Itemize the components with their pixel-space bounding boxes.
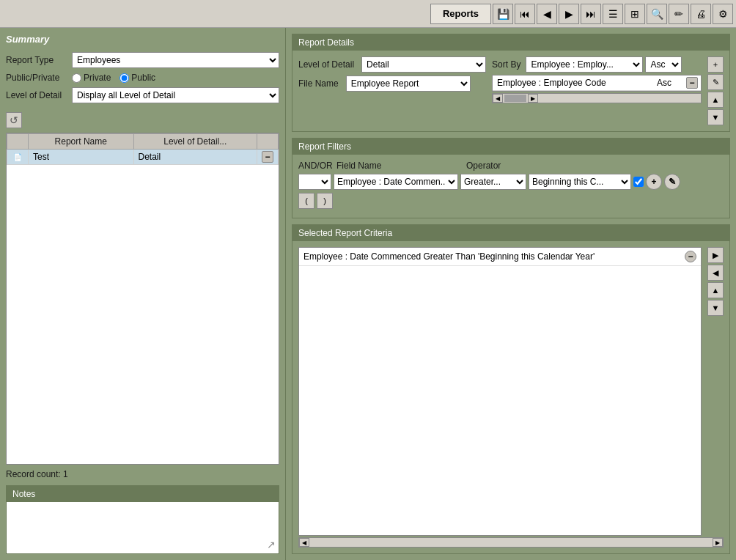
level-of-detail-detail-row: Level of Detail Detail [298,56,486,73]
public-radio[interactable] [119,73,129,83]
selected-criteria-section: Selected Report Criteria Employee : Date… [292,224,730,554]
criteria-hscrollbar[interactable]: ◀ ▶ [298,537,724,548]
toolbar: Reports 💾 ⏮ ◀ ▶ ⏭ ☰ ⊞ 🔍 ✏ 🖨 ⚙ [0,0,736,28]
list-view-button[interactable]: ☰ [603,4,623,24]
file-name-row: File Name Employee Report [298,75,486,92]
file-name-select[interactable]: Employee Report [346,75,471,92]
file-name-label: File Name [298,78,342,89]
private-radio[interactable] [72,73,81,83]
refresh-area: ↺ [6,112,279,128]
criteria-body: Employee : Date Commenced Greater Than '… [292,241,729,553]
sort-table-field: Employee : Employee Code [493,76,654,89]
notes-corner-icon: ↗ [267,539,276,550]
edit-button[interactable]: ✏ [669,4,689,24]
report-type-select[interactable]: Employees [72,52,279,68]
filter-close-paren-button[interactable]: ) [317,193,333,209]
criteria-minus-button[interactable]: − [685,251,696,262]
criteria-left-button[interactable]: ◀ [707,265,724,281]
print-button[interactable]: 🖨 [691,4,711,24]
filters-header-row: AND/OR Field Name Operator [298,161,724,171]
zoom-button[interactable]: 🔍 [647,4,667,24]
col-operator-label: Operator [466,161,501,171]
sort-table-order: Asc [654,76,683,89]
report-filters-header: Report Filters [292,139,729,155]
report-filters-section: Report Filters AND/OR Field Name Operato… [292,138,730,218]
sort-minus-button[interactable]: − [686,77,698,89]
sort-table-remove[interactable]: − [683,75,701,90]
col-andor-label: AND/OR [298,161,331,171]
radio-group: Private Public [72,73,155,83]
sort-table: Employee : Employee Code Asc − [492,75,702,92]
report-details-header: Report Details [292,34,729,51]
right-panel: Report Details Level of Detail Detail Fi… [286,28,736,560]
filter-andor-select[interactable] [298,174,331,190]
filter-active-checkbox[interactable] [633,177,644,187]
hscroll-thumb[interactable] [504,95,526,102]
col-icon [7,134,29,150]
sort-order-select[interactable]: Asc [645,56,682,73]
filter-add-button[interactable]: + [646,174,662,190]
report-details-body: Level of Detail Detail File Name Employe… [292,51,729,131]
sort-add-button[interactable]: + [707,56,724,73]
filter-open-paren-button[interactable]: ( [298,193,314,209]
settings-button[interactable]: ⚙ [713,4,733,24]
selected-criteria-header: Selected Report Criteria [292,225,729,241]
criteria-hscroll-left[interactable]: ◀ [299,538,309,547]
sort-table-row: Employee : Employee Code Asc − [493,75,701,91]
level-of-detail-detail-select[interactable]: Detail [361,56,486,73]
row-icon-cell: 📄 [7,150,29,165]
left-panel: Summary Report Type Employees Public/Pri… [0,28,286,560]
table-row[interactable]: 📄 Test Detail − [7,150,279,165]
sort-side-buttons: + ✎ ▲ ▼ [707,56,724,125]
nav-play-button[interactable]: ▶ [559,4,579,24]
level-of-detail-detail-label: Level of Detail [298,59,357,70]
save-button[interactable]: 💾 [493,4,513,24]
level-of-detail-label: Level of Detail [6,90,72,100]
filter-operator-select[interactable]: Greater... [460,174,526,190]
criteria-hscroll-right[interactable]: ▶ [713,538,723,547]
col-field-name-label: Field Name [336,161,461,171]
criteria-down-button[interactable]: ▼ [707,300,724,316]
criteria-text: Employee : Date Commenced Greater Than '… [303,251,685,262]
criteria-side-buttons: ▶ ◀ ▲ ▼ [707,247,724,536]
row-name-cell: Test [29,150,134,165]
row-minus-button[interactable]: − [262,151,273,163]
filter-paren-row: ( ) [298,193,724,209]
filter-value-select[interactable]: Beginning this C... [529,174,631,190]
report-type-row: Report Type Employees [6,52,279,68]
hscroll-left-arrow[interactable]: ◀ [493,94,503,103]
sort-hscrollbar[interactable]: ◀ ▶ [492,93,702,103]
hscroll-right-arrow[interactable]: ▶ [528,94,538,103]
grid-view-button[interactable]: ⊞ [625,4,645,24]
row-icon: 📄 [12,151,23,163]
refresh-button[interactable]: ↺ [6,112,22,128]
sort-edit-button[interactable]: ✎ [707,74,724,90]
filter-edit-button[interactable]: ✎ [664,174,680,190]
filter-field-select[interactable]: Employee : Date Commen... [334,174,458,190]
criteria-up-button[interactable]: ▲ [707,282,724,298]
sort-table-area: Sort By Employee : Employ... Asc Employe… [492,56,702,125]
level-of-detail-row: Level of Detail Display all Level of Det… [6,87,279,103]
criteria-table: Employee : Date Commenced Greater Than '… [298,247,702,536]
nav-last-button[interactable]: ⏭ [581,4,601,24]
nav-first-button[interactable]: ⏮ [515,4,535,24]
public-radio-label[interactable]: Public [119,73,155,83]
public-private-row: Public/Private Private Public [6,73,279,83]
level-of-detail-select[interactable]: Display all Level of Detail [72,87,279,103]
criteria-row: Employee : Date Commenced Greater Than '… [299,248,701,266]
sort-by-select[interactable]: Employee : Employ... [526,56,643,73]
sort-down-button[interactable]: ▼ [707,109,724,125]
main-content: Summary Report Type Employees Public/Pri… [0,28,736,560]
notes-textarea[interactable] [10,505,276,549]
nav-prev-button[interactable]: ◀ [537,4,557,24]
notes-section: Notes ↗ [6,485,279,554]
filters-body: AND/OR Field Name Operator Employee : Da… [292,155,729,218]
sort-up-button[interactable]: ▲ [707,92,724,108]
panel-title: Summary [6,34,279,45]
reports-button[interactable]: Reports [430,4,491,24]
private-radio-label[interactable]: Private [72,73,111,83]
private-label: Private [84,73,111,83]
criteria-right-button[interactable]: ▶ [707,247,724,263]
details-left: Level of Detail Detail File Name Employe… [298,56,486,125]
row-minus-cell: − [257,150,279,165]
